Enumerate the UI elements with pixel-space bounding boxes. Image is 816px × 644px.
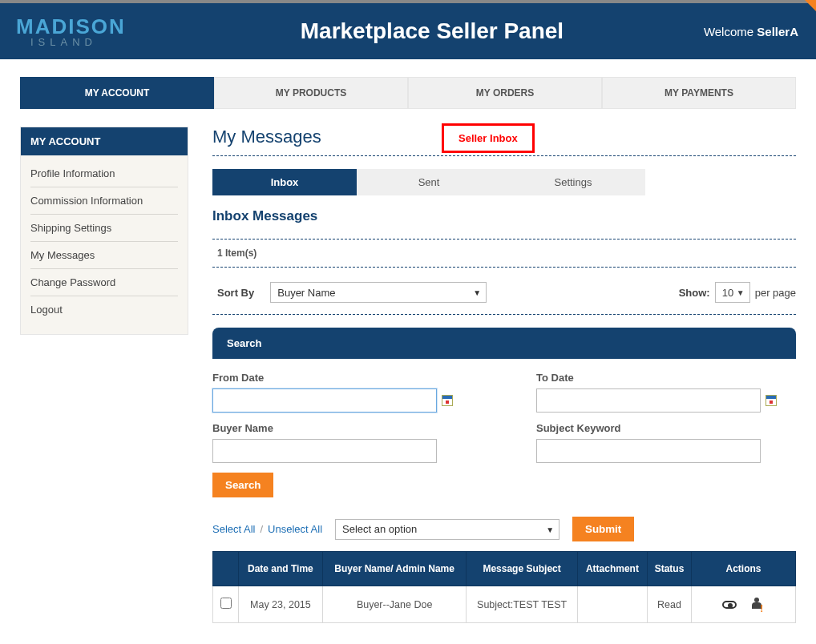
sidebar-item-shipping[interactable]: Shipping Settings <box>30 215 178 242</box>
bulk-action-value: Select an option <box>342 523 417 535</box>
subtab-settings[interactable]: Settings <box>501 169 645 195</box>
th-buyer: Buyer Name/ Admin Name <box>322 552 467 586</box>
sidebar: MY ACCOUNT Profile Information Commissio… <box>20 127 188 335</box>
chevron-down-icon: ▼ <box>546 525 554 533</box>
select-all-link[interactable]: Select All <box>212 523 255 535</box>
tab-my-payments[interactable]: MY PAYMENTS <box>602 77 796 109</box>
sidebar-item-password[interactable]: Change Password <box>30 269 178 296</box>
th-actions: Actions <box>692 552 796 586</box>
panel-title: Marketplace Seller Panel <box>160 18 704 44</box>
cell-subject: Subject:TEST TEST <box>467 586 577 623</box>
sidebar-item-logout[interactable]: Logout <box>30 296 178 323</box>
cell-attachment <box>577 586 647 623</box>
show-suffix: per page <box>755 287 796 299</box>
cell-status: Read <box>648 586 692 623</box>
calendar-icon[interactable] <box>766 395 777 406</box>
view-icon[interactable] <box>722 601 737 609</box>
sidebar-title: MY ACCOUNT <box>21 127 188 155</box>
sort-select[interactable]: Buyer Name ▼ <box>270 282 487 303</box>
tab-my-products[interactable]: MY PRODUCTS <box>214 77 408 109</box>
show-label: Show: <box>679 287 710 299</box>
sort-value: Buyer Name <box>277 287 335 299</box>
logo: MADISON ISLAND <box>0 16 160 47</box>
sidebar-item-commission[interactable]: Commission Information <box>30 187 178 215</box>
unselect-all-link[interactable]: Unselect All <box>268 523 322 535</box>
chevron-down-icon: ▼ <box>737 288 745 297</box>
from-date-label: From Date <box>212 372 472 384</box>
th-subject: Message Subject <box>467 552 577 586</box>
section-title: Inbox Messages <box>212 208 796 224</box>
show-select[interactable]: 10 ▼ <box>715 282 750 303</box>
subtab-inbox[interactable]: Inbox <box>212 169 357 195</box>
sort-label: Sort By <box>217 287 254 299</box>
welcome: Welcome SellerA <box>704 25 816 38</box>
header: MADISON ISLAND Marketplace Seller Panel … <box>0 3 816 59</box>
subtab-sent[interactable]: Sent <box>357 169 501 195</box>
table-row: May 23, 2015 Buyer--Jane Doe Subject:TES… <box>213 586 796 623</box>
to-date-label: To Date <box>536 372 796 384</box>
sidebar-item-profile[interactable]: Profile Information <box>30 160 178 187</box>
bulk-action-select[interactable]: Select an option ▼ <box>335 519 559 540</box>
submit-button[interactable]: Submit <box>572 517 634 541</box>
th-datetime: Date and Time <box>239 552 323 586</box>
buyer-name-input[interactable] <box>212 439 437 463</box>
subject-keyword-input[interactable] <box>536 439 761 463</box>
tab-my-orders[interactable]: MY ORDERS <box>408 77 602 109</box>
cell-buyer: Buyer--Jane Doe <box>322 586 467 623</box>
item-count: 1 Item(s) <box>212 239 796 268</box>
top-accent-bar <box>0 0 816 3</box>
messages-table: Date and Time Buyer Name/ Admin Name Mes… <box>212 551 796 623</box>
to-date-input[interactable] <box>536 388 761 413</box>
cell-datetime: May 23, 2015 <box>239 586 323 623</box>
alert-icon: ! <box>760 603 763 614</box>
main-tabs: MY ACCOUNT MY PRODUCTS MY ORDERS MY PAYM… <box>20 77 796 109</box>
sidebar-item-messages[interactable]: My Messages <box>30 242 178 269</box>
search-panel-header: Search <box>212 328 796 359</box>
divider <box>212 155 796 156</box>
search-button[interactable]: Search <box>212 473 273 497</box>
message-subtabs: Inbox Sent Settings <box>212 169 796 195</box>
th-status: Status <box>648 552 692 586</box>
th-checkbox <box>213 552 239 586</box>
logo-bottom: ISLAND <box>16 37 160 47</box>
from-date-input[interactable] <box>212 388 437 413</box>
callout-seller-inbox: Seller Inbox <box>442 123 535 153</box>
separator: / <box>260 523 263 535</box>
subject-keyword-label: Subject Keyword <box>536 422 796 434</box>
row-checkbox[interactable] <box>220 598 232 609</box>
buyer-name-label: Buyer Name <box>212 422 472 434</box>
welcome-prefix: Welcome <box>704 25 757 38</box>
chevron-down-icon: ▼ <box>473 288 481 297</box>
logo-top: MADISON <box>16 16 160 37</box>
show-value: 10 <box>722 287 733 299</box>
welcome-user: SellerA <box>757 25 798 38</box>
tab-my-account[interactable]: MY ACCOUNT <box>20 77 214 109</box>
th-attachment: Attachment <box>577 552 647 586</box>
calendar-icon[interactable] <box>442 395 453 406</box>
